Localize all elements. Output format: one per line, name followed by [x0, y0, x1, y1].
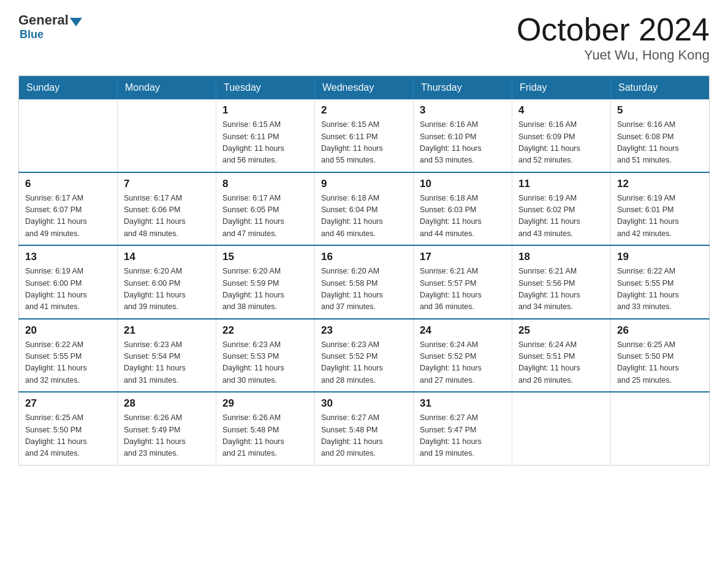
calendar-day-cell: 13Sunrise: 6:19 AM Sunset: 6:00 PM Dayli… [19, 245, 118, 319]
day-number: 29 [222, 397, 308, 410]
logo-general-text: General [18, 12, 69, 28]
calendar-day-cell: 17Sunrise: 6:21 AM Sunset: 5:57 PM Dayli… [414, 245, 512, 319]
calendar-week-row: 27Sunrise: 6:25 AM Sunset: 5:50 PM Dayli… [19, 392, 710, 465]
weekday-header-sunday: Sunday [19, 76, 118, 100]
day-info: Sunrise: 6:27 AM Sunset: 5:47 PM Dayligh… [420, 412, 506, 460]
day-info: Sunrise: 6:15 AM Sunset: 6:11 PM Dayligh… [321, 119, 407, 167]
day-number: 19 [617, 251, 703, 263]
day-info: Sunrise: 6:26 AM Sunset: 5:49 PM Dayligh… [124, 412, 210, 460]
day-number: 8 [222, 178, 308, 190]
day-number: 4 [518, 104, 604, 117]
calendar-day-cell: 8Sunrise: 6:17 AM Sunset: 6:05 PM Daylig… [216, 172, 315, 246]
day-number: 15 [222, 251, 308, 263]
calendar-day-cell: 7Sunrise: 6:17 AM Sunset: 6:06 PM Daylig… [118, 172, 216, 246]
weekday-header-tuesday: Tuesday [216, 76, 315, 100]
calendar-day-cell: 6Sunrise: 6:17 AM Sunset: 6:07 PM Daylig… [19, 172, 118, 246]
day-info: Sunrise: 6:22 AM Sunset: 5:55 PM Dayligh… [617, 266, 703, 313]
day-number: 18 [518, 251, 604, 263]
day-info: Sunrise: 6:16 AM Sunset: 6:08 PM Dayligh… [617, 119, 703, 167]
day-number: 20 [25, 324, 111, 337]
calendar-day-cell: 15Sunrise: 6:20 AM Sunset: 5:59 PM Dayli… [216, 245, 315, 319]
day-number: 24 [420, 324, 506, 337]
day-info: Sunrise: 6:19 AM Sunset: 6:00 PM Dayligh… [25, 266, 111, 313]
day-number: 2 [321, 104, 407, 117]
day-info: Sunrise: 6:17 AM Sunset: 6:07 PM Dayligh… [25, 193, 111, 240]
calendar-day-cell: 1Sunrise: 6:15 AM Sunset: 6:11 PM Daylig… [216, 99, 315, 172]
calendar-day-cell: 4Sunrise: 6:16 AM Sunset: 6:09 PM Daylig… [512, 99, 611, 172]
day-number: 31 [420, 397, 506, 410]
day-number: 10 [420, 178, 506, 190]
weekday-header-monday: Monday [118, 76, 216, 100]
day-number: 28 [124, 397, 210, 410]
day-info: Sunrise: 6:23 AM Sunset: 5:52 PM Dayligh… [321, 339, 407, 387]
day-number: 22 [222, 324, 308, 337]
weekday-header-thursday: Thursday [414, 76, 512, 100]
day-info: Sunrise: 6:16 AM Sunset: 6:10 PM Dayligh… [420, 119, 506, 167]
day-info: Sunrise: 6:19 AM Sunset: 6:01 PM Dayligh… [617, 193, 703, 240]
weekday-header-friday: Friday [512, 76, 611, 100]
page-header: General Blue October 2024 Yuet Wu, Hong … [18, 12, 710, 63]
calendar-day-cell: 11Sunrise: 6:19 AM Sunset: 6:02 PM Dayli… [512, 172, 611, 246]
calendar-day-cell: 31Sunrise: 6:27 AM Sunset: 5:47 PM Dayli… [414, 392, 512, 465]
day-info: Sunrise: 6:25 AM Sunset: 5:50 PM Dayligh… [25, 412, 111, 460]
day-info: Sunrise: 6:24 AM Sunset: 5:52 PM Dayligh… [420, 339, 506, 387]
day-number: 26 [617, 324, 703, 337]
day-info: Sunrise: 6:19 AM Sunset: 6:02 PM Dayligh… [518, 193, 604, 240]
day-info: Sunrise: 6:18 AM Sunset: 6:04 PM Dayligh… [321, 193, 407, 240]
day-info: Sunrise: 6:23 AM Sunset: 5:54 PM Dayligh… [124, 339, 210, 387]
day-info: Sunrise: 6:15 AM Sunset: 6:11 PM Dayligh… [222, 119, 308, 167]
calendar-day-cell: 30Sunrise: 6:27 AM Sunset: 5:48 PM Dayli… [315, 392, 414, 465]
calendar-day-cell: 26Sunrise: 6:25 AM Sunset: 5:50 PM Dayli… [611, 319, 710, 393]
day-number: 27 [25, 397, 111, 410]
calendar-day-cell: 21Sunrise: 6:23 AM Sunset: 5:54 PM Dayli… [118, 319, 216, 393]
day-number: 13 [25, 251, 111, 263]
month-title: October 2024 [517, 12, 710, 47]
day-number: 3 [420, 104, 506, 117]
calendar-day-cell: 29Sunrise: 6:26 AM Sunset: 5:48 PM Dayli… [216, 392, 315, 465]
calendar-day-cell: 18Sunrise: 6:21 AM Sunset: 5:56 PM Dayli… [512, 245, 611, 319]
day-number: 25 [518, 324, 604, 337]
calendar-week-row: 13Sunrise: 6:19 AM Sunset: 6:00 PM Dayli… [19, 245, 710, 319]
day-info: Sunrise: 6:17 AM Sunset: 6:05 PM Dayligh… [222, 193, 308, 240]
day-info: Sunrise: 6:25 AM Sunset: 5:50 PM Dayligh… [617, 339, 703, 387]
day-info: Sunrise: 6:21 AM Sunset: 5:57 PM Dayligh… [420, 266, 506, 313]
calendar-day-cell: 9Sunrise: 6:18 AM Sunset: 6:04 PM Daylig… [315, 172, 414, 246]
weekday-header-row: SundayMondayTuesdayWednesdayThursdayFrid… [19, 76, 710, 100]
day-number: 9 [321, 178, 407, 190]
calendar-day-cell: 5Sunrise: 6:16 AM Sunset: 6:08 PM Daylig… [611, 99, 710, 172]
day-info: Sunrise: 6:16 AM Sunset: 6:09 PM Dayligh… [518, 119, 604, 167]
day-info: Sunrise: 6:23 AM Sunset: 5:53 PM Dayligh… [222, 339, 308, 387]
calendar-day-cell: 3Sunrise: 6:16 AM Sunset: 6:10 PM Daylig… [414, 99, 512, 172]
calendar-day-cell: 10Sunrise: 6:18 AM Sunset: 6:03 PM Dayli… [414, 172, 512, 246]
day-number: 5 [617, 104, 703, 117]
day-number: 23 [321, 324, 407, 337]
day-number: 6 [25, 178, 111, 190]
day-number: 11 [518, 178, 604, 190]
calendar-day-cell: 14Sunrise: 6:20 AM Sunset: 6:00 PM Dayli… [118, 245, 216, 319]
calendar-day-cell: 28Sunrise: 6:26 AM Sunset: 5:49 PM Dayli… [118, 392, 216, 465]
calendar-day-cell: 20Sunrise: 6:22 AM Sunset: 5:55 PM Dayli… [19, 319, 118, 393]
day-info: Sunrise: 6:21 AM Sunset: 5:56 PM Dayligh… [518, 266, 604, 313]
weekday-header-saturday: Saturday [611, 76, 710, 100]
day-info: Sunrise: 6:26 AM Sunset: 5:48 PM Dayligh… [222, 412, 308, 460]
day-number: 21 [124, 324, 210, 337]
calendar-day-cell [611, 392, 710, 465]
calendar-day-cell: 12Sunrise: 6:19 AM Sunset: 6:01 PM Dayli… [611, 172, 710, 246]
day-info: Sunrise: 6:17 AM Sunset: 6:06 PM Dayligh… [124, 193, 210, 240]
calendar-day-cell [19, 99, 118, 172]
day-info: Sunrise: 6:20 AM Sunset: 5:59 PM Dayligh… [222, 266, 308, 313]
weekday-header-wednesday: Wednesday [315, 76, 414, 100]
calendar-table: SundayMondayTuesdayWednesdayThursdayFrid… [18, 75, 710, 465]
calendar-week-row: 6Sunrise: 6:17 AM Sunset: 6:07 PM Daylig… [19, 172, 710, 246]
calendar-week-row: 1Sunrise: 6:15 AM Sunset: 6:11 PM Daylig… [19, 99, 710, 172]
day-number: 16 [321, 251, 407, 263]
day-info: Sunrise: 6:27 AM Sunset: 5:48 PM Dayligh… [321, 412, 407, 460]
day-info: Sunrise: 6:24 AM Sunset: 5:51 PM Dayligh… [518, 339, 604, 387]
calendar-day-cell: 24Sunrise: 6:24 AM Sunset: 5:52 PM Dayli… [414, 319, 512, 393]
calendar-day-cell: 23Sunrise: 6:23 AM Sunset: 5:52 PM Dayli… [315, 319, 414, 393]
day-number: 12 [617, 178, 703, 190]
day-number: 1 [222, 104, 308, 117]
logo-blue-text: Blue [20, 28, 44, 41]
day-number: 30 [321, 397, 407, 410]
day-info: Sunrise: 6:22 AM Sunset: 5:55 PM Dayligh… [25, 339, 111, 387]
